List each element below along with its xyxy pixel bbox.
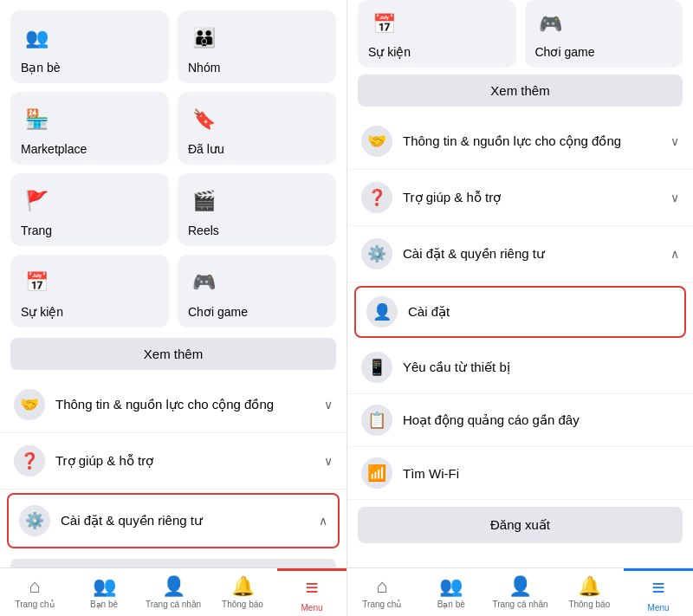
left-panel: 👥 Bạn bè 👪 Nhóm 🏪 Marketplace 🔖 Đã lưu 🚩… — [0, 0, 346, 616]
right-friends-nav-icon: 👥 — [439, 575, 463, 598]
grid-item-ban-be[interactable]: 👥 Bạn bè — [10, 10, 169, 83]
right-nav-friends-label: Bạn bè — [437, 600, 465, 609]
nav-home-label: Trang chủ — [15, 600, 54, 609]
nav-profile-label: Trang cá nhân — [146, 600, 201, 609]
right-nav-menu-label: Menu — [648, 603, 670, 613]
right-nav-menu[interactable]: ≡ Menu — [624, 568, 693, 616]
cai-dat-icon: 👤 — [366, 296, 398, 327]
right-nav-home[interactable]: ⌂ Trang chủ — [347, 568, 417, 616]
nav-notifications-label: Thông báo — [222, 600, 263, 609]
right-expand-help[interactable]: ❓ Trợ giúp & hỗ trợ ∨ — [347, 170, 693, 226]
expand-settings-privacy[interactable]: ⚙️ Cài đặt & quyền riêng tư ∧ — [7, 493, 340, 548]
right-clipped-row: 📅 Sự kiện 🎮 Chơi game — [347, 0, 693, 71]
grid-item-trang-label: Trang — [21, 224, 52, 237]
community-icon: 🤝 — [14, 389, 45, 420]
left-scroll-area: 👥 Bạn bè 👪 Nhóm 🏪 Marketplace 🔖 Đã lưu 🚩… — [0, 0, 346, 567]
right-chevron-down-2: ∨ — [670, 191, 679, 204]
expand-community-info[interactable]: 🤝 Thông tin & nguồn lực cho cộng đồng ∨ — [0, 377, 346, 433]
friends-icon: 👥 — [21, 23, 52, 54]
right-community-label: Thông tin & nguồn lực cho cộng đồng — [403, 133, 670, 149]
sub-item-cai-dat[interactable]: 👤 Cài đặt — [354, 286, 686, 338]
right-notifications-nav-icon: 🔔 — [578, 575, 601, 598]
right-nav-profile[interactable]: 👤 Trang cá nhân — [486, 568, 555, 616]
friends-nav-icon: 👥 — [93, 575, 116, 598]
see-more-button[interactable]: Xem thêm — [10, 338, 336, 370]
right-gaming-icon: 🎮 — [535, 9, 567, 40]
sub-item-wifi[interactable]: 📶 Tìm Wi-Fi — [347, 447, 693, 500]
nav-home[interactable]: ⌂ Trang chủ — [0, 568, 69, 616]
right-expand-settings[interactable]: ⚙️ Cài đặt & quyền riêng tư ∧ — [347, 226, 693, 282]
right-profile-nav-icon: 👤 — [508, 575, 532, 598]
grid-item-choi-game-label: Chơi game — [188, 305, 248, 319]
wifi-label: Tìm Wi-Fi — [403, 466, 459, 481]
chevron-down-icon: ∨ — [324, 398, 333, 412]
chevron-down-icon-2: ∨ — [324, 454, 333, 468]
right-su-kien[interactable]: 📅 Sự kiện — [358, 0, 516, 68]
right-expand-community[interactable]: 🤝 Thông tin & nguồn lực cho cộng đồng ∨ — [347, 113, 693, 170]
grid-item-su-kien[interactable]: 📅 Sự kiện — [10, 255, 169, 327]
right-nav-home-label: Trang chủ — [362, 600, 401, 609]
grid-item-marketplace-label: Marketplace — [21, 142, 87, 156]
device-label: Yêu cầu từ thiết bị — [403, 360, 510, 375]
logout-button[interactable]: Đăng xuất — [10, 559, 336, 567]
events-icon: 📅 — [21, 267, 52, 298]
right-nav-notifications-label: Thông báo — [568, 600, 610, 609]
left-bottom-nav: ⌂ Trang chủ 👥 Bạn bè 👤 Trang cá nhân 🔔 T… — [0, 567, 346, 616]
device-icon: 📱 — [361, 352, 392, 383]
right-settings-label: Cài đặt & quyền riêng tư — [403, 246, 670, 262]
right-help-label: Trợ giúp & hỗ trợ — [403, 190, 670, 205]
right-nav-notifications[interactable]: 🔔 Thông báo — [554, 568, 624, 616]
groups-icon: 👪 — [188, 23, 219, 54]
right-help-icon: ❓ — [361, 182, 392, 213]
right-nav-friends[interactable]: 👥 Bạn bè — [417, 568, 486, 616]
pages-icon: 🚩 — [21, 185, 52, 217]
expand-help[interactable]: ❓ Trợ giúp & hỗ trợ ∨ — [0, 433, 346, 490]
grid-item-choi-game[interactable]: 🎮 Chơi game — [178, 255, 336, 327]
grid-item-trang[interactable]: 🚩 Trang — [10, 173, 169, 246]
left-grid: 👥 Bạn bè 👪 Nhóm 🏪 Marketplace 🔖 Đã lưu 🚩… — [0, 7, 346, 334]
right-choi-game-label: Chơi game — [535, 45, 595, 59]
right-panel: 📅 Sự kiện 🎮 Chơi game Xem thêm 🤝 Thông t… — [346, 0, 693, 616]
grid-item-reels[interactable]: 🎬 Reels — [178, 173, 336, 246]
grid-item-marketplace[interactable]: 🏪 Marketplace — [10, 92, 169, 165]
reels-icon: 🎬 — [188, 185, 219, 217]
community-label: Thông tin & nguồn lực cho cộng đồng — [55, 397, 324, 412]
settings-privacy-label: Cài đặt & quyền riêng tư — [61, 513, 319, 528]
nav-notifications[interactable]: 🔔 Thông báo — [208, 568, 277, 616]
right-scroll-area: 📅 Sự kiện 🎮 Chơi game Xem thêm 🤝 Thông t… — [347, 0, 693, 567]
right-see-more-button[interactable]: Xem thêm — [358, 75, 683, 107]
sub-item-device[interactable]: 📱 Yêu cầu từ thiết bị — [347, 341, 693, 394]
wifi-icon: 📶 — [361, 457, 392, 489]
grid-item-reels-label: Reels — [188, 224, 219, 237]
chevron-up-icon: ∧ — [319, 514, 327, 528]
notifications-nav-icon: 🔔 — [231, 575, 255, 598]
right-chevron-up: ∧ — [670, 247, 679, 261]
right-logout-button[interactable]: Đăng xuất — [358, 507, 683, 543]
menu-nav-icon: ≡ — [305, 574, 318, 601]
sub-item-ads[interactable]: 📋 Hoạt động quảng cáo gần đây — [347, 394, 693, 447]
gaming-icon: 🎮 — [188, 267, 219, 298]
settings-icon: ⚙️ — [19, 505, 50, 536]
grid-item-nhom[interactable]: 👪 Nhóm — [178, 10, 336, 83]
help-label: Trợ giúp & hỗ trợ — [55, 453, 324, 469]
grid-item-da-luu-label: Đã lưu — [188, 142, 224, 156]
grid-item-da-luu[interactable]: 🔖 Đã lưu — [178, 92, 336, 165]
nav-friends[interactable]: 👥 Bạn bè — [69, 568, 139, 616]
right-su-kien-label: Sự kiện — [368, 45, 411, 59]
right-chevron-down-1: ∨ — [670, 134, 679, 148]
grid-item-su-kien-label: Sự kiện — [21, 305, 63, 319]
right-community-icon: 🤝 — [361, 126, 392, 157]
right-menu-nav-icon: ≡ — [652, 574, 665, 601]
grid-item-ban-be-label: Bạn bè — [21, 61, 61, 75]
right-events-icon: 📅 — [368, 9, 399, 40]
right-choi-game[interactable]: 🎮 Chơi game — [525, 0, 683, 68]
nav-menu[interactable]: ≡ Menu — [277, 568, 346, 616]
profile-nav-icon: 👤 — [162, 575, 185, 598]
nav-profile[interactable]: 👤 Trang cá nhân — [139, 568, 208, 616]
right-nav-profile-label: Trang cá nhân — [492, 600, 547, 609]
nav-friends-label: Bạn bè — [90, 600, 118, 609]
saved-icon: 🔖 — [188, 104, 219, 135]
ads-label: Hoạt động quảng cáo gần đây — [403, 412, 580, 428]
right-bottom-nav: ⌂ Trang chủ 👥 Bạn bè 👤 Trang cá nhân 🔔 T… — [347, 567, 693, 616]
marketplace-icon: 🏪 — [21, 104, 52, 135]
